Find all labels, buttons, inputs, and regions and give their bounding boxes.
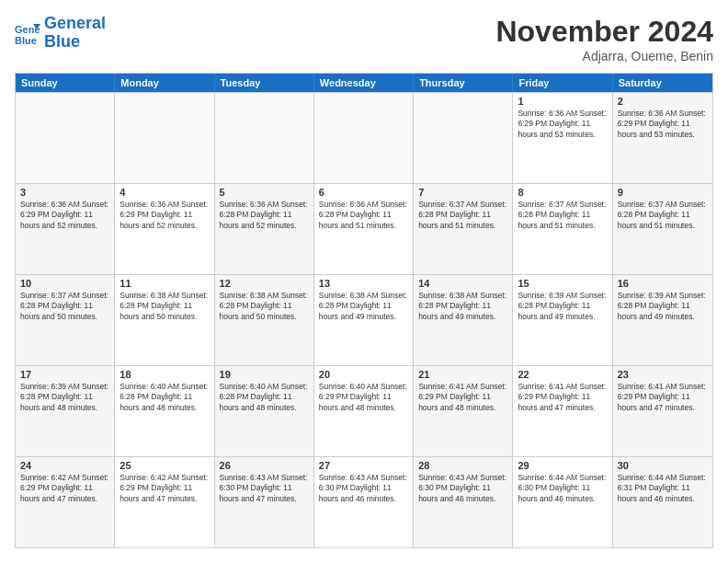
day-number: 12 (220, 278, 309, 289)
day-number: 13 (319, 278, 408, 289)
day-number: 20 (319, 369, 408, 380)
calendar: SundayMondayTuesdayWednesdayThursdayFrid… (15, 73, 713, 548)
day-number: 3 (20, 187, 109, 198)
calendar-body: 1Sunrise: 6:36 AM Sunset: 6:29 PM Daylig… (16, 92, 712, 547)
day-number: 11 (119, 278, 209, 289)
calendar-row-2: 3Sunrise: 6:36 AM Sunset: 6:29 PM Daylig… (16, 183, 712, 274)
day-number: 28 (418, 460, 507, 471)
calendar-header: SundayMondayTuesdayWednesdayThursdayFrid… (16, 74, 712, 92)
calendar-cell-17: 17Sunrise: 6:39 AM Sunset: 6:28 PM Dayli… (16, 366, 115, 456)
day-number: 14 (418, 278, 507, 289)
day-number: 5 (220, 187, 309, 198)
cell-info: Sunrise: 6:36 AM Sunset: 6:28 PM Dayligh… (220, 200, 309, 231)
day-number: 2 (618, 96, 708, 107)
calendar-cell-empty (215, 93, 314, 183)
calendar-cell-14: 14Sunrise: 6:38 AM Sunset: 6:28 PM Dayli… (414, 275, 513, 365)
calendar-cell-2: 2Sunrise: 6:36 AM Sunset: 6:29 PM Daylig… (613, 93, 712, 183)
calendar-cell-3: 3Sunrise: 6:36 AM Sunset: 6:29 PM Daylig… (16, 184, 115, 274)
cell-info: Sunrise: 6:36 AM Sunset: 6:29 PM Dayligh… (518, 109, 607, 140)
cell-info: Sunrise: 6:41 AM Sunset: 6:29 PM Dayligh… (518, 382, 607, 413)
cell-info: Sunrise: 6:37 AM Sunset: 6:28 PM Dayligh… (518, 200, 607, 231)
cell-info: Sunrise: 6:38 AM Sunset: 6:28 PM Dayligh… (220, 291, 309, 322)
header: General Blue General Blue November 2024 … (15, 15, 713, 63)
day-number: 21 (418, 369, 507, 380)
cell-info: Sunrise: 6:36 AM Sunset: 6:29 PM Dayligh… (119, 200, 209, 231)
day-number: 8 (518, 187, 607, 198)
cell-info: Sunrise: 6:40 AM Sunset: 6:29 PM Dayligh… (319, 382, 408, 413)
calendar-row-1: 1Sunrise: 6:36 AM Sunset: 6:29 PM Daylig… (16, 92, 712, 183)
day-number: 22 (518, 369, 607, 380)
cell-info: Sunrise: 6:43 AM Sunset: 6:30 PM Dayligh… (418, 473, 507, 504)
cell-info: Sunrise: 6:39 AM Sunset: 6:28 PM Dayligh… (20, 382, 109, 413)
header-day-saturday: Saturday (613, 74, 712, 92)
cell-info: Sunrise: 6:40 AM Sunset: 6:28 PM Dayligh… (220, 382, 309, 413)
calendar-row-3: 10Sunrise: 6:37 AM Sunset: 6:28 PM Dayli… (16, 274, 712, 365)
calendar-cell-9: 9Sunrise: 6:37 AM Sunset: 6:28 PM Daylig… (613, 184, 712, 274)
day-number: 23 (618, 369, 708, 380)
calendar-cell-5: 5Sunrise: 6:36 AM Sunset: 6:28 PM Daylig… (215, 184, 314, 274)
calendar-row-5: 24Sunrise: 6:42 AM Sunset: 6:29 PM Dayli… (16, 456, 712, 547)
calendar-cell-4: 4Sunrise: 6:36 AM Sunset: 6:29 PM Daylig… (115, 184, 214, 274)
day-number: 4 (119, 187, 209, 198)
calendar-cell-6: 6Sunrise: 6:36 AM Sunset: 6:28 PM Daylig… (314, 184, 414, 274)
header-day-tuesday: Tuesday (215, 74, 314, 92)
calendar-cell-15: 15Sunrise: 6:39 AM Sunset: 6:28 PM Dayli… (513, 275, 612, 365)
cell-info: Sunrise: 6:38 AM Sunset: 6:28 PM Dayligh… (119, 291, 209, 322)
calendar-row-4: 17Sunrise: 6:39 AM Sunset: 6:28 PM Dayli… (16, 365, 712, 456)
cell-info: Sunrise: 6:37 AM Sunset: 6:28 PM Dayligh… (20, 291, 109, 322)
cell-info: Sunrise: 6:41 AM Sunset: 6:29 PM Dayligh… (418, 382, 507, 413)
day-number: 26 (220, 460, 309, 471)
calendar-cell-23: 23Sunrise: 6:41 AM Sunset: 6:29 PM Dayli… (613, 366, 712, 456)
day-number: 24 (20, 460, 109, 471)
calendar-cell-26: 26Sunrise: 6:43 AM Sunset: 6:30 PM Dayli… (215, 457, 314, 547)
day-number: 1 (518, 96, 607, 107)
header-day-friday: Friday (513, 74, 612, 92)
day-number: 10 (20, 278, 109, 289)
title-block: November 2024 Adjarra, Oueme, Benin (495, 15, 713, 63)
day-number: 15 (518, 278, 607, 289)
calendar-cell-7: 7Sunrise: 6:37 AM Sunset: 6:28 PM Daylig… (414, 184, 513, 274)
day-number: 17 (20, 369, 109, 380)
calendar-cell-10: 10Sunrise: 6:37 AM Sunset: 6:28 PM Dayli… (16, 275, 115, 365)
cell-info: Sunrise: 6:38 AM Sunset: 6:28 PM Dayligh… (418, 291, 507, 322)
logo: General Blue General Blue (15, 15, 106, 52)
header-day-monday: Monday (115, 74, 214, 92)
day-number: 29 (518, 460, 607, 471)
calendar-cell-12: 12Sunrise: 6:38 AM Sunset: 6:28 PM Dayli… (215, 275, 314, 365)
cell-info: Sunrise: 6:42 AM Sunset: 6:29 PM Dayligh… (20, 473, 109, 504)
header-day-wednesday: Wednesday (314, 74, 414, 92)
calendar-cell-16: 16Sunrise: 6:39 AM Sunset: 6:28 PM Dayli… (613, 275, 712, 365)
day-number: 16 (618, 278, 708, 289)
cell-info: Sunrise: 6:39 AM Sunset: 6:28 PM Dayligh… (518, 291, 607, 322)
calendar-cell-13: 13Sunrise: 6:38 AM Sunset: 6:28 PM Dayli… (314, 275, 414, 365)
calendar-cell-30: 30Sunrise: 6:44 AM Sunset: 6:31 PM Dayli… (613, 457, 712, 547)
cell-info: Sunrise: 6:40 AM Sunset: 6:28 PM Dayligh… (119, 382, 209, 413)
day-number: 18 (119, 369, 209, 380)
month-title: November 2024 (495, 15, 713, 49)
cell-info: Sunrise: 6:44 AM Sunset: 6:30 PM Dayligh… (518, 473, 607, 504)
day-number: 6 (319, 187, 408, 198)
calendar-cell-25: 25Sunrise: 6:42 AM Sunset: 6:29 PM Dayli… (115, 457, 214, 547)
cell-info: Sunrise: 6:36 AM Sunset: 6:28 PM Dayligh… (319, 200, 408, 231)
calendar-cell-20: 20Sunrise: 6:40 AM Sunset: 6:29 PM Dayli… (314, 366, 414, 456)
cell-info: Sunrise: 6:39 AM Sunset: 6:28 PM Dayligh… (618, 291, 708, 322)
day-number: 19 (220, 369, 309, 380)
calendar-cell-11: 11Sunrise: 6:38 AM Sunset: 6:28 PM Dayli… (115, 275, 214, 365)
calendar-cell-1: 1Sunrise: 6:36 AM Sunset: 6:29 PM Daylig… (513, 93, 612, 183)
cell-info: Sunrise: 6:37 AM Sunset: 6:28 PM Dayligh… (418, 200, 507, 231)
logo-icon: General Blue (15, 20, 40, 46)
cell-info: Sunrise: 6:42 AM Sunset: 6:29 PM Dayligh… (119, 473, 209, 504)
cell-info: Sunrise: 6:36 AM Sunset: 6:29 PM Dayligh… (20, 200, 109, 231)
subtitle: Adjarra, Oueme, Benin (495, 49, 713, 63)
cell-info: Sunrise: 6:41 AM Sunset: 6:29 PM Dayligh… (618, 382, 708, 413)
calendar-cell-22: 22Sunrise: 6:41 AM Sunset: 6:29 PM Dayli… (513, 366, 612, 456)
calendar-cell-24: 24Sunrise: 6:42 AM Sunset: 6:29 PM Dayli… (16, 457, 115, 547)
calendar-cell-empty (314, 93, 414, 183)
cell-info: Sunrise: 6:44 AM Sunset: 6:31 PM Dayligh… (618, 473, 708, 504)
calendar-cell-empty (16, 93, 115, 183)
day-number: 25 (119, 460, 209, 471)
calendar-cell-21: 21Sunrise: 6:41 AM Sunset: 6:29 PM Dayli… (414, 366, 513, 456)
day-number: 27 (319, 460, 408, 471)
day-number: 30 (618, 460, 708, 471)
calendar-cell-8: 8Sunrise: 6:37 AM Sunset: 6:28 PM Daylig… (513, 184, 612, 274)
